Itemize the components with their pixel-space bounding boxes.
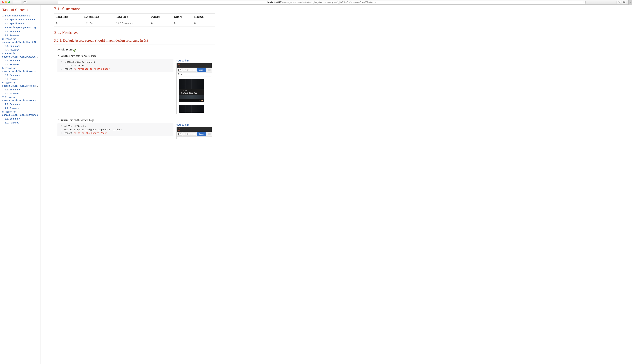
url-host: localhost:63342 bbox=[267, 1, 281, 4]
toc-link[interactable]: 5.2. Features bbox=[5, 78, 19, 80]
svg-rect-4 bbox=[623, 2, 624, 3]
code-block-when: 1at TouchUIAssets 2waitForImagesToLoad(p… bbox=[58, 123, 173, 136]
step-head: Given: bbox=[61, 54, 69, 58]
tabs-button[interactable] bbox=[622, 1, 626, 4]
result-line: Result: PASS ✓ bbox=[58, 48, 212, 52]
screenshot-preview: ⇩Dropzone Create ▴ ▾ bbox=[176, 63, 212, 114]
source-html-link[interactable]: source html bbox=[176, 59, 190, 62]
mini-canvas: FOLDER We.Retail Client App ✎📋 bbox=[177, 76, 212, 114]
td-errors: 0 bbox=[172, 20, 192, 26]
toc-title: Table of Contents bbox=[2, 7, 39, 12]
toc-link[interactable]: 2. Report for specs.general.LoginSpec bbox=[2, 26, 39, 29]
card-title: We.Retail Client App bbox=[181, 92, 202, 94]
mini-view-selector bbox=[178, 68, 182, 72]
window-close-icon[interactable] bbox=[2, 1, 4, 3]
step-list: When I am on the Assets Page bbox=[58, 118, 212, 122]
mini-avatar-icon bbox=[208, 68, 211, 71]
td-skipped: 0 bbox=[192, 20, 215, 26]
adobe-logo-icon bbox=[178, 64, 180, 66]
toc-link[interactable]: 8.2. Features bbox=[5, 121, 19, 124]
feature-block: Result: PASS ✓ Given: I navigate to Asse… bbox=[54, 44, 215, 142]
sidebar-toggle-button[interactable] bbox=[23, 1, 27, 4]
share-button[interactable] bbox=[616, 1, 621, 4]
card-folder-label: FOLDER bbox=[181, 90, 202, 92]
step-body: I am on the Assets Page bbox=[68, 118, 94, 122]
chrome-right-controls bbox=[616, 1, 626, 4]
toc-link[interactable]: 7. Report for specs.ui.touch.TouchUISite… bbox=[2, 96, 39, 102]
code-line: waitForImagesToLoad(page.pageContentLoad… bbox=[64, 128, 122, 131]
section-heading-features: 3.2. Features bbox=[54, 30, 215, 35]
section-heading-summary: 3.1. Summary bbox=[54, 6, 215, 12]
mini-topbar bbox=[177, 63, 212, 68]
code-line: at TouchUIAssets bbox=[64, 125, 86, 128]
step-body: I navigate to Assets Page bbox=[69, 54, 96, 58]
reload-icon[interactable]: ↻ bbox=[583, 1, 584, 4]
nav-buttons: ‹ › bbox=[13, 1, 21, 4]
toc-link[interactable]: 8.1. Summary bbox=[5, 118, 20, 120]
screenshot-preview: ⇩Dropzone Create bbox=[176, 127, 212, 139]
source-html-link[interactable]: source html bbox=[176, 123, 190, 126]
table-row: 6 100.0% 16.739 seconds 0 0 0 bbox=[54, 20, 215, 26]
th-skipped: Skipped bbox=[192, 14, 215, 20]
toc-link[interactable]: 1.2. Specifications bbox=[5, 22, 24, 25]
code-line: report bbox=[64, 132, 74, 134]
window-controls bbox=[2, 1, 10, 3]
toc-link[interactable]: 4.1. Summary bbox=[5, 59, 20, 62]
th-failures: Failures bbox=[149, 14, 172, 20]
mini-second-toolbar bbox=[177, 72, 212, 76]
mini-create-button: Create bbox=[197, 68, 206, 72]
th-total-time: Total time bbox=[114, 14, 149, 20]
mini-avatar-icon bbox=[208, 133, 211, 135]
asset-card: FOLDER We.Retail Client App ✎📋 bbox=[179, 79, 204, 102]
table-header-row: Total Runs Success Rate Total time Failu… bbox=[54, 14, 215, 20]
svg-rect-0 bbox=[24, 2, 26, 3]
toc-link[interactable]: 4.2. Features bbox=[5, 63, 19, 66]
code-line: setWindowSize(viewport) bbox=[64, 61, 95, 64]
when-content-row: 1at TouchUIAssets 2waitForImagesToLoad(p… bbox=[58, 123, 212, 139]
toc-link[interactable]: 2.1. Summary bbox=[5, 30, 20, 33]
toc-link[interactable]: 8. Report for specs.ui.touch.TouchUISite… bbox=[2, 110, 38, 116]
feature-heading: 3.2.1. Default Assets screen should matc… bbox=[54, 38, 215, 42]
code-string: "I navigate to Assets Page" bbox=[74, 68, 110, 70]
toc-link[interactable]: 7.1. Summary bbox=[5, 103, 20, 106]
card-action-icon: 📋 bbox=[201, 100, 203, 102]
grid-view-icon bbox=[178, 73, 181, 76]
code-string: "I am on the Assets Page" bbox=[74, 132, 107, 134]
address-bar[interactable]: localhost:63342 /aemdesign-parent/aemdes… bbox=[58, 1, 585, 4]
screenshot-column: source html ⇩Dropzone Create bbox=[176, 123, 212, 139]
new-tab-button[interactable]: + bbox=[628, 0, 632, 4]
check-circle-icon: ✓ bbox=[73, 49, 76, 52]
toc-link[interactable]: 3. Report for specs.ui.touch.TouchUIAsse… bbox=[2, 38, 39, 44]
result-value: PASS bbox=[66, 48, 73, 51]
td-success-rate: 100.0% bbox=[82, 20, 114, 26]
mini-topbar bbox=[177, 128, 212, 132]
mini-toolbar: ⇩Dropzone Create bbox=[177, 132, 212, 136]
toc-link[interactable]: 5. Report for specs.ui.touch.TouchUIProj… bbox=[2, 67, 39, 73]
given-content-row: 1setWindowSize(viewport) 2to TouchUIAsse… bbox=[58, 59, 212, 114]
toc-link[interactable]: 3.2. Features bbox=[5, 49, 19, 51]
toc-link[interactable]: 3.1. Summary bbox=[5, 45, 20, 47]
mini-toolbar: ⇩Dropzone Create bbox=[177, 68, 212, 72]
toc-link[interactable]: 5.1. Summary bbox=[5, 74, 20, 76]
mini-dropzone-button: ⇩Dropzone bbox=[183, 68, 196, 72]
toc-link[interactable]: 6.1. Summary bbox=[5, 88, 20, 91]
td-total-time: 16.739 seconds bbox=[114, 20, 149, 26]
td-failures: 0 bbox=[149, 20, 172, 26]
result-label: Result: bbox=[58, 48, 66, 51]
code-line: report bbox=[64, 68, 74, 70]
back-button[interactable]: ‹ bbox=[13, 1, 17, 4]
main-content: 3.1. Summary Total Runs Success Rate Tot… bbox=[40, 4, 632, 364]
forward-button[interactable]: › bbox=[17, 1, 21, 4]
toc-link[interactable]: 1. Specification run results bbox=[2, 14, 30, 17]
toc-link[interactable]: 2.2. Features bbox=[5, 34, 19, 37]
step-when: When I am on the Assets Page bbox=[61, 118, 212, 122]
toc-link[interactable]: 4. Report for specs.ui.touch.TouchUIAsse… bbox=[2, 52, 39, 58]
toc-link[interactable]: 7.2. Features bbox=[5, 107, 19, 110]
toc-link[interactable]: 1.1. Specifications summary bbox=[5, 18, 35, 21]
window-minimize-icon[interactable] bbox=[5, 1, 7, 3]
toc-link[interactable]: 6. Report for specs.ui.touch.TouchUIProj… bbox=[2, 82, 39, 87]
toc-sidebar: Table of Contents 1. Specification run r… bbox=[0, 4, 40, 364]
step-list: Given: I navigate to Assets Page bbox=[58, 54, 212, 58]
window-zoom-icon[interactable] bbox=[8, 1, 10, 3]
toc-link[interactable]: 6.2. Features bbox=[5, 92, 19, 95]
